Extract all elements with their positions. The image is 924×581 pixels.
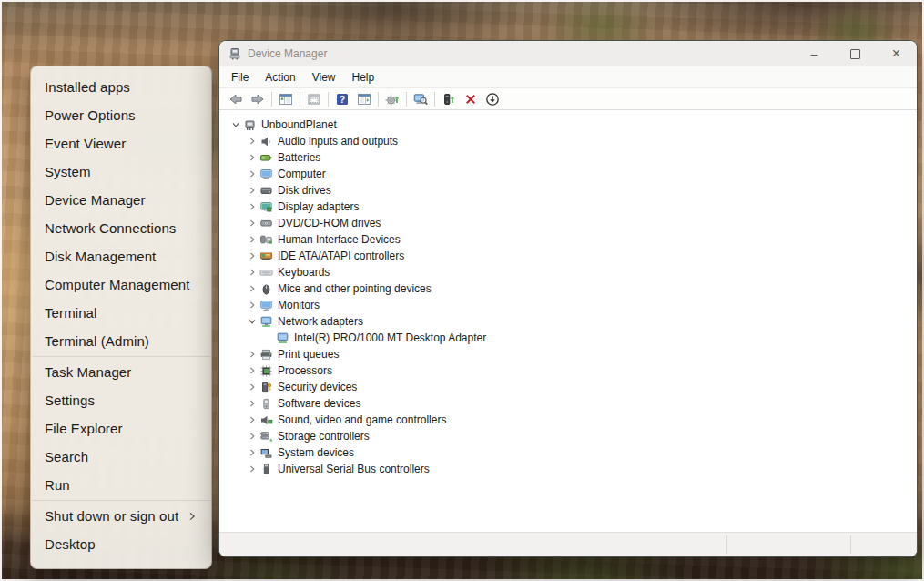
update-driver-button[interactable] [381,89,403,109]
minimize-icon: – [811,47,818,60]
winx-item-label: Settings [45,392,95,408]
chevron-right-icon[interactable] [245,216,259,230]
chevron-right-icon[interactable] [245,363,259,378]
winx-item-desktop[interactable]: Desktop [31,530,211,558]
chevron-right-icon[interactable] [245,249,259,263]
winx-item-network-connections[interactable]: Network Connections [31,214,211,242]
tree-row-software-devices[interactable]: Software devices [219,395,917,412]
tree-row-sound-video-and-game-controllers[interactable]: Sound, video and game controllers [219,412,917,428]
chevron-right-icon[interactable] [245,134,259,148]
tree-row-monitors[interactable]: Monitors [219,297,917,313]
tree-label: Storage controllers [278,430,370,443]
maximize-button[interactable] [835,41,876,66]
system-icon [259,446,273,460]
show-action-pane-button[interactable] [353,89,375,109]
toolbar-separator [434,92,435,107]
chevron-right-icon[interactable] [245,380,259,394]
tree-row-system-devices[interactable]: System devices [219,444,917,461]
tree-row-intel-r-pro-1000-mt-desktop-adapter[interactable]: Intel(R) PRO/1000 MT Desktop Adapter [219,330,917,346]
back-button[interactable] [225,89,247,109]
chevron-right-icon[interactable] [245,150,259,165]
menu-action[interactable]: Action [257,66,303,87]
winx-item-terminal-admin[interactable]: Terminal (Admin) [31,327,211,355]
status-bar [219,532,917,556]
minimize-button[interactable]: – [794,41,835,66]
menu-help[interactable]: Help [344,66,383,87]
tree-row-dvd-cd-rom-drives[interactable]: DVD/CD-ROM drives [219,215,917,231]
menu-file[interactable]: File [223,66,257,87]
tree-label: Keyboards [278,266,330,279]
tree-row-ide-ata-atapi-controllers[interactable]: IDE ATA/ATAPI controllers [219,248,917,264]
winx-item-event-viewer[interactable]: Event Viewer [31,129,211,158]
tree-row-storage-controllers[interactable]: Storage controllers [219,428,917,444]
winx-item-settings[interactable]: Settings [31,386,211,414]
winx-item-task-manager[interactable]: Task Manager [31,358,211,386]
winx-item-power-options[interactable]: Power Options [31,101,211,129]
winx-item-label: Desktop [45,536,96,552]
chevron-right-icon[interactable] [245,396,259,411]
tree-row-print-queues[interactable]: Print queues [219,346,917,362]
tree-row-batteries[interactable]: Batteries [219,149,917,166]
processor-icon [259,364,273,378]
menu-separator [32,356,210,357]
winx-item-file-explorer[interactable]: File Explorer [31,414,211,443]
tree-row-universal-serial-bus-controllers[interactable]: Universal Serial Bus controllers [219,461,917,477]
tree-row-human-interface-devices[interactable]: Human Interface Devices [219,231,917,248]
tree-row-computer[interactable]: Computer [219,166,917,182]
toolbar-separator [328,92,329,107]
winx-item-terminal[interactable]: Terminal [31,299,211,327]
tree-row-network-adapters[interactable]: Network adapters [219,313,917,330]
tree-label: Sound, video and game controllers [278,413,446,426]
computer-root-icon [243,118,257,132]
tree-row-unboundplanet[interactable]: UnboundPlanet [219,117,917,133]
add-driver-button[interactable] [438,89,460,109]
chevron-right-icon[interactable] [245,281,259,296]
close-button[interactable]: × [876,41,917,66]
tree-row-display-adapters[interactable]: Display adapters [219,199,917,215]
dvd-icon [259,217,273,230]
help-button[interactable]: ? [331,89,353,109]
chevron-right-icon[interactable] [245,298,259,312]
chevron-right-icon[interactable] [245,167,259,181]
chevron-right-icon[interactable] [245,347,259,362]
winx-item-system[interactable]: System [31,158,211,186]
winx-item-run[interactable]: Run [31,471,211,499]
tree-row-security-devices[interactable]: Security devices [219,379,917,395]
winx-item-computer-management[interactable]: Computer Management [31,270,211,299]
chevron-right-icon[interactable] [245,265,259,280]
title-bar[interactable]: Device Manager – × [219,41,917,66]
tree-row-processors[interactable]: Processors [219,362,917,379]
tree-row-keyboards[interactable]: Keyboards [219,264,917,280]
winx-item-search[interactable]: Search [31,443,211,471]
chevron-right-icon[interactable] [245,429,259,443]
menu-view[interactable]: View [304,66,344,87]
chevron-down-icon[interactable] [245,314,259,329]
chevron-right-icon[interactable] [245,413,259,427]
winx-item-label: Terminal (Admin) [45,333,149,349]
chevron-right-icon[interactable] [245,183,259,198]
chevron-right-icon[interactable] [245,199,259,214]
chevron-right-icon[interactable] [245,232,259,247]
tree-row-mice-and-other-pointing-devices[interactable]: Mice and other pointing devices [219,280,917,297]
tree-label: Batteries [278,151,320,164]
properties-button[interactable] [303,89,325,109]
scan-hardware-changes-button[interactable] [410,89,432,109]
tree-label: Network adapters [278,315,363,328]
winx-item-shut-down-or-sign-out[interactable]: Shut down or sign out [31,502,211,530]
chevron-right-icon[interactable] [245,462,259,476]
winx-item-disk-management[interactable]: Disk Management [31,242,211,270]
winx-item-installed-apps[interactable]: Installed apps [31,73,211,101]
show-hide-console-tree-button[interactable] [275,89,297,109]
tree-row-disk-drives[interactable]: Disk drives [219,182,917,199]
tree-label: Processors [278,364,332,377]
forward-button[interactable] [247,89,269,109]
tree-row-audio-inputs-and-outputs[interactable]: Audio inputs and outputs [219,133,917,149]
software-icon [259,397,273,411]
toolbar-separator [271,92,272,107]
uninstall-device-button[interactable] [460,89,482,109]
winx-item-device-manager[interactable]: Device Manager [31,186,211,214]
disable-device-button[interactable] [482,89,503,109]
chevron-right-icon[interactable] [245,445,259,460]
audio-icon [259,135,273,148]
chevron-down-icon[interactable] [228,117,243,132]
